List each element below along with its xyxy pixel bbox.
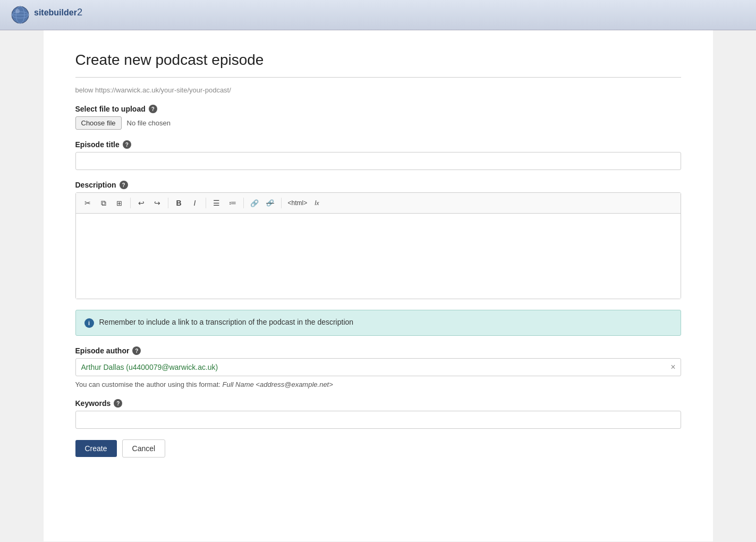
unlink-icon[interactable]: 🔗 bbox=[263, 196, 278, 210]
keywords-section: Keywords ? bbox=[75, 399, 681, 429]
main-content: Create new podcast episode below https:/… bbox=[44, 30, 713, 541]
globe-icon bbox=[11, 5, 30, 24]
keywords-label: Keywords ? bbox=[75, 399, 681, 408]
episode-title-section: Episode title ? bbox=[75, 140, 681, 170]
form-buttons: Create Cancel bbox=[75, 439, 681, 458]
link-icon[interactable]: 🔗 bbox=[247, 196, 262, 210]
unordered-list-icon[interactable]: ☰ bbox=[209, 196, 224, 210]
description-editor[interactable] bbox=[76, 214, 681, 299]
cancel-button[interactable]: Cancel bbox=[122, 439, 166, 458]
toolbar-sep-4 bbox=[243, 198, 244, 208]
bold-icon[interactable]: B bbox=[172, 196, 186, 210]
svg-point-4 bbox=[15, 9, 20, 13]
editor-toolbar: ✂ ⧉ ⊞ ↩ ↪ B I ☰ ≔ bbox=[76, 193, 681, 214]
page-title: Create new podcast episode bbox=[75, 52, 681, 69]
description-label: Description ? bbox=[75, 181, 681, 189]
toolbar-sep-2 bbox=[168, 198, 168, 208]
file-upload-help-icon[interactable]: ? bbox=[149, 105, 157, 113]
site-header: sitebuilder2 bbox=[0, 0, 756, 30]
description-help-icon[interactable]: ? bbox=[120, 181, 128, 189]
url-hint: below https://warwick.ac.uk/your-site/yo… bbox=[75, 86, 681, 94]
editor-container: ✂ ⧉ ⊞ ↩ ↪ B I ☰ ≔ bbox=[75, 192, 681, 299]
episode-author-label: Episode author ? bbox=[75, 346, 681, 355]
toolbar-sep-5 bbox=[281, 198, 282, 208]
keywords-help-icon[interactable]: ? bbox=[114, 399, 122, 408]
undo-icon[interactable]: ↩ bbox=[134, 196, 149, 210]
paste-icon[interactable]: ⊞ bbox=[112, 196, 127, 210]
episode-author-input[interactable] bbox=[75, 358, 681, 376]
file-upload-section: Select file to upload ? Choose file No f… bbox=[75, 105, 681, 130]
description-section: Description ? ✂ ⧉ ⊞ ↩ ↪ B I bbox=[75, 181, 681, 299]
toolbar-sep-1 bbox=[130, 198, 131, 208]
episode-author-help-icon[interactable]: ? bbox=[132, 346, 141, 355]
create-button[interactable]: Create bbox=[75, 440, 117, 457]
file-upload-row: Choose file No file chosen bbox=[75, 116, 681, 130]
html-icon[interactable]: <html> bbox=[285, 196, 311, 210]
cut-icon[interactable]: ✂ bbox=[80, 196, 95, 210]
keywords-input[interactable] bbox=[75, 411, 681, 429]
divider bbox=[75, 77, 681, 78]
choose-file-button[interactable]: Choose file bbox=[75, 116, 122, 130]
author-clear-button[interactable]: × bbox=[670, 363, 675, 371]
clear-format-icon[interactable]: Ix bbox=[311, 196, 322, 210]
no-file-text: No file chosen bbox=[127, 119, 171, 127]
logo: sitebuilder2 bbox=[11, 5, 82, 24]
info-banner-text: Remember to include a link to a transcri… bbox=[99, 318, 354, 326]
episode-title-label: Episode title ? bbox=[75, 140, 681, 149]
info-icon: i bbox=[84, 318, 94, 328]
copy-icon[interactable]: ⧉ bbox=[96, 196, 111, 210]
toolbar-sep-3 bbox=[206, 198, 206, 208]
info-banner: i Remember to include a link to a transc… bbox=[75, 310, 681, 336]
episode-title-input[interactable] bbox=[75, 152, 681, 170]
redo-icon[interactable]: ↪ bbox=[150, 196, 165, 210]
episode-title-help-icon[interactable]: ? bbox=[123, 140, 131, 149]
author-hint-format: Full Name <address@example.net> bbox=[223, 380, 333, 388]
ordered-list-icon[interactable]: ≔ bbox=[225, 196, 240, 210]
header-title: sitebuilder2 bbox=[34, 6, 82, 23]
author-input-wrapper: × bbox=[75, 358, 681, 376]
file-upload-label: Select file to upload ? bbox=[75, 105, 681, 113]
italic-icon[interactable]: I bbox=[188, 196, 202, 210]
author-hint: You can customise the author using this … bbox=[75, 380, 681, 388]
episode-author-section: Episode author ? × You can customise the… bbox=[75, 346, 681, 388]
